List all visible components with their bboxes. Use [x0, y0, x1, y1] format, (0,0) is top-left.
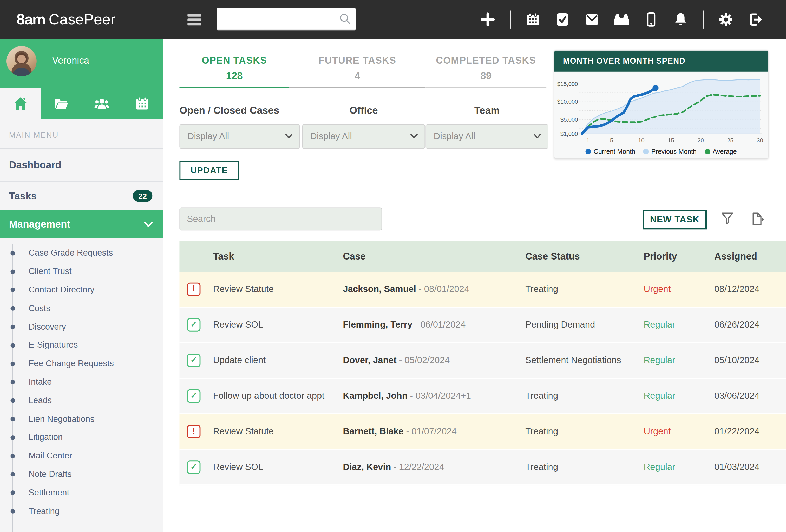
legend-item: Current Month [585, 148, 635, 155]
checkbox-done-icon[interactable]: ✓ [187, 354, 201, 367]
sidebar-tab-calendar[interactable] [122, 88, 163, 119]
filter-select-open-closed-cases[interactable]: Display All [179, 124, 300, 149]
table-row[interactable]: !Review StatuteJackson, Samuel - 08/01/2… [179, 272, 786, 308]
sidebar-subitem[interactable]: Settlement [0, 484, 163, 502]
topbar: 8am CasePeer [0, 0, 786, 39]
tab-open-tasks[interactable]: OPEN TASKS128 [179, 39, 289, 88]
settings-icon[interactable] [718, 12, 734, 27]
column-header[interactable]: Task [213, 241, 234, 272]
case-cell[interactable]: Jackson, Samuel - 08/01/2024 [343, 272, 469, 307]
filter-group: Open / Closed CasesDisplay All [179, 105, 300, 149]
checkbox-done-icon[interactable]: ✓ [187, 460, 201, 474]
tab-count: 128 [179, 70, 289, 81]
sidebar-subitem[interactable]: Treating [0, 502, 163, 521]
urgent-icon[interactable]: ! [187, 425, 201, 438]
sidebar-tab-folder[interactable] [41, 88, 82, 119]
avatar[interactable] [6, 46, 37, 76]
sidebar-subitem[interactable]: Lien Negotiations [0, 410, 163, 428]
task-search-input[interactable] [179, 207, 382, 231]
checkbox-done-icon[interactable]: ✓ [187, 389, 201, 403]
column-header[interactable]: Priority [644, 241, 677, 272]
export-icon[interactable] [750, 212, 765, 226]
new-task-button[interactable]: NEW TASK [643, 210, 707, 229]
case-status-cell: Settlement Negotiations [525, 343, 621, 378]
hamburger-menu-icon[interactable] [187, 14, 201, 25]
sidebar-item-dashboard[interactable]: Dashboard [0, 149, 163, 181]
add-icon[interactable] [480, 12, 495, 27]
sidebar-subitem[interactable]: E-Signatures [0, 336, 163, 355]
urgent-icon[interactable]: ! [187, 282, 201, 296]
month-over-month-spend-card: MONTH OVER MONTH SPEND $15,000$10,000$5,… [554, 50, 768, 159]
assigned-date-cell: 01/22/2024 [714, 414, 760, 449]
sidebar-subitem[interactable]: Litigation [0, 428, 163, 447]
legend-dot [643, 149, 649, 154]
search-icon[interactable] [339, 13, 352, 25]
sidebar-icon-tabs [0, 88, 163, 119]
divider [510, 10, 511, 28]
priority-cell: Urgent [644, 414, 671, 449]
case-cell[interactable]: Flemming, Terry - 06/01/2024 [343, 308, 465, 342]
sidebar-item-tasks[interactable]: Tasks 22 [0, 182, 163, 210]
calendar-icon[interactable] [525, 12, 540, 27]
svg-text:$1,000: $1,000 [560, 131, 578, 137]
app-logo[interactable]: 8am CasePeer [17, 0, 116, 39]
case-status-cell: Pending Demand [525, 308, 595, 342]
svg-text:20: 20 [697, 137, 704, 144]
sidebar-subitem[interactable]: Discovery [0, 318, 163, 336]
main-menu-label: MAIN MENU [9, 131, 59, 139]
filter-select-team[interactable]: Display All [425, 124, 548, 149]
mail-icon[interactable] [584, 12, 600, 27]
tab-completed-tasks[interactable]: COMPLETED TASKS89 [425, 39, 546, 88]
sidebar-tab-home[interactable] [0, 88, 41, 119]
column-header[interactable]: Assigned [714, 241, 757, 272]
case-cell[interactable]: Dover, Janet - 05/02/2024 [343, 343, 450, 378]
table-row[interactable]: ✓Review SOLDiaz, Kevin - 12/22/2024Treat… [179, 450, 786, 485]
checkbox-done-icon[interactable]: ✓ [187, 318, 201, 332]
task-cell: Review Statute [213, 272, 274, 307]
sidebar-subitem[interactable]: Contact Directory [0, 281, 163, 299]
sidebar-subitem[interactable]: Leads [0, 391, 163, 410]
bell-icon[interactable] [673, 12, 688, 27]
logo-8am: 8am [17, 11, 45, 28]
assigned-date-cell: 06/26/2024 [714, 308, 760, 342]
global-search-input[interactable] [216, 8, 356, 30]
sidebar-subitem[interactable]: Case Grade Requests [0, 244, 163, 262]
mobile-icon[interactable] [644, 12, 658, 27]
table-row[interactable]: ✓Update clientDover, Janet - 05/02/2024S… [179, 343, 786, 379]
global-search [216, 8, 356, 31]
update-button[interactable]: UPDATE [179, 161, 239, 180]
case-cell[interactable]: Diaz, Kevin - 12/22/2024 [343, 450, 444, 484]
column-header[interactable]: Case Status [525, 241, 580, 272]
sidebar-subitem[interactable]: Costs [0, 299, 163, 318]
table-row[interactable]: ✓Follow up about doctor apptKampbel, Joh… [179, 379, 786, 414]
chevron-down-icon [410, 133, 418, 139]
filter-label: Office [302, 105, 425, 120]
task-cell: Update client [213, 343, 266, 378]
tasks-icon[interactable] [555, 12, 570, 27]
priority-cell: Urgent [644, 272, 671, 307]
sidebar-subitem[interactable]: Intake [0, 373, 163, 391]
logo-casepeer: CasePeer [49, 11, 115, 28]
case-cell[interactable]: Barnett, Blake - 01/07/2024 [343, 414, 457, 449]
sidebar-subitem[interactable]: Client Trust [0, 262, 163, 281]
svg-text:15: 15 [668, 137, 674, 144]
sidebar-subitem[interactable]: Mail Center [0, 447, 163, 465]
svg-text:10: 10 [638, 137, 645, 144]
filter-select-office[interactable]: Display All [302, 124, 425, 149]
inbox-icon[interactable] [614, 12, 629, 27]
tab-future-tasks[interactable]: FUTURE TASKS4 [289, 39, 426, 88]
table-row[interactable]: ✓Review SOLFlemming, Terry - 06/01/2024P… [179, 308, 786, 343]
sidebar-subitem[interactable]: Fee Change Requests [0, 355, 163, 373]
svg-text:1: 1 [586, 137, 590, 144]
sidebar-tab-users[interactable] [82, 88, 122, 119]
column-header[interactable]: Case [343, 241, 366, 272]
sidebar-subitem[interactable]: Note Drafts [0, 465, 163, 484]
filter-icon[interactable] [720, 212, 735, 226]
case-cell[interactable]: Kampbel, John - 03/04/2024+1 [343, 379, 471, 413]
table-header-row: TaskCaseCase StatusPriorityAssigned [179, 241, 786, 272]
sidebar-item-management[interactable]: Management [0, 210, 163, 238]
case-status-cell: Treating [525, 272, 558, 307]
table-row[interactable]: !Review StatuteBarnett, Blake - 01/07/20… [179, 414, 786, 450]
svg-text:$5,000: $5,000 [560, 116, 578, 123]
signout-icon[interactable] [748, 12, 763, 27]
